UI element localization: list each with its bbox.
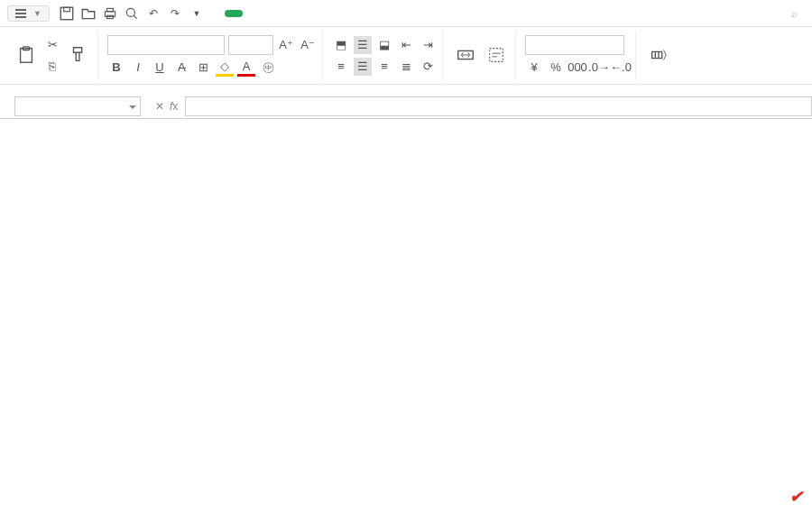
align-right-icon[interactable]: ≡ [375, 58, 393, 76]
decrease-indent-icon[interactable]: ⇤ [397, 36, 415, 54]
align-middle-icon[interactable]: ☰ [354, 36, 372, 54]
search-icon: ⌕ [791, 7, 798, 20]
align-bottom-icon[interactable]: ⬓ [375, 36, 393, 54]
font-size-select[interactable] [228, 35, 273, 55]
copy-icon[interactable]: ⎘ [43, 58, 61, 76]
quick-access-toolbar: ↶ ↷ ▼ [51, 5, 212, 22]
svg-rect-3 [107, 8, 114, 11]
format-painter-button[interactable] [65, 43, 92, 69]
open-icon[interactable] [80, 5, 97, 22]
decrease-font-icon[interactable]: A⁻ [299, 36, 317, 54]
ribbon-toolbar: ✂ ⎘ A⁺ A⁻ B I U A̶ ⊞ ◇ A [0, 27, 812, 85]
italic-button[interactable]: I [129, 59, 147, 77]
underline-button[interactable]: U [151, 59, 169, 77]
number-format-select[interactable] [525, 35, 624, 55]
chevron-down-icon: ▼ [33, 9, 42, 18]
cut-icon[interactable]: ✂ [43, 36, 61, 54]
merge-center-button[interactable] [452, 43, 479, 69]
justify-icon[interactable]: ≣ [397, 58, 415, 76]
fill-color-button[interactable]: ◇ [216, 59, 234, 77]
align-center-icon[interactable]: ☰ [354, 58, 372, 76]
formula-input[interactable] [185, 96, 812, 116]
svg-rect-9 [490, 48, 503, 61]
file-menu-button[interactable]: ▼ [7, 5, 50, 22]
increase-indent-icon[interactable]: ⇥ [419, 36, 437, 54]
save-icon[interactable] [59, 5, 75, 22]
font-name-select[interactable] [107, 35, 225, 55]
search-input[interactable]: ⌕ [784, 7, 805, 20]
watermark-logo: ✔ [789, 487, 803, 507]
fx-icon[interactable]: fx [170, 100, 178, 113]
font-color-button[interactable]: A [237, 59, 255, 77]
tab-start[interactable] [225, 10, 243, 17]
svg-rect-1 [64, 7, 70, 12]
align-top-icon[interactable]: ⬒ [332, 36, 350, 54]
bold-button[interactable]: B [107, 59, 125, 77]
strikethrough-button[interactable]: A̶ [172, 59, 190, 77]
decrease-decimal-icon[interactable]: ←.0 [612, 59, 630, 77]
increase-decimal-icon[interactable]: .0→ [590, 59, 608, 77]
redo-icon[interactable]: ↷ [167, 5, 183, 22]
phonetic-button[interactable]: ㊥ [259, 59, 277, 77]
svg-rect-0 [60, 7, 73, 20]
border-button[interactable]: ⊞ [194, 59, 212, 77]
svg-point-5 [126, 8, 134, 16]
percent-icon[interactable]: % [547, 59, 565, 77]
formula-bar: ✕ fx [0, 94, 812, 119]
chevron-down-icon[interactable]: ▼ [189, 5, 205, 22]
increase-font-icon[interactable]: A⁺ [277, 36, 295, 54]
orientation-icon[interactable]: ⟳ [419, 58, 437, 76]
currency-icon[interactable]: ¥ [525, 59, 543, 77]
wrap-text-button[interactable] [483, 43, 510, 69]
hamburger-icon [15, 9, 26, 18]
name-box[interactable] [14, 96, 141, 116]
cancel-icon[interactable]: ✕ [155, 100, 164, 113]
type-convert-button[interactable] [645, 43, 672, 69]
undo-icon[interactable]: ↶ [145, 5, 161, 22]
comma-icon[interactable]: 000 [568, 59, 586, 77]
align-left-icon[interactable]: ≡ [332, 58, 350, 76]
paste-button[interactable] [13, 43, 40, 69]
preview-icon[interactable] [124, 5, 140, 22]
ribbon-tabs [214, 10, 373, 17]
print-icon[interactable] [102, 5, 118, 22]
